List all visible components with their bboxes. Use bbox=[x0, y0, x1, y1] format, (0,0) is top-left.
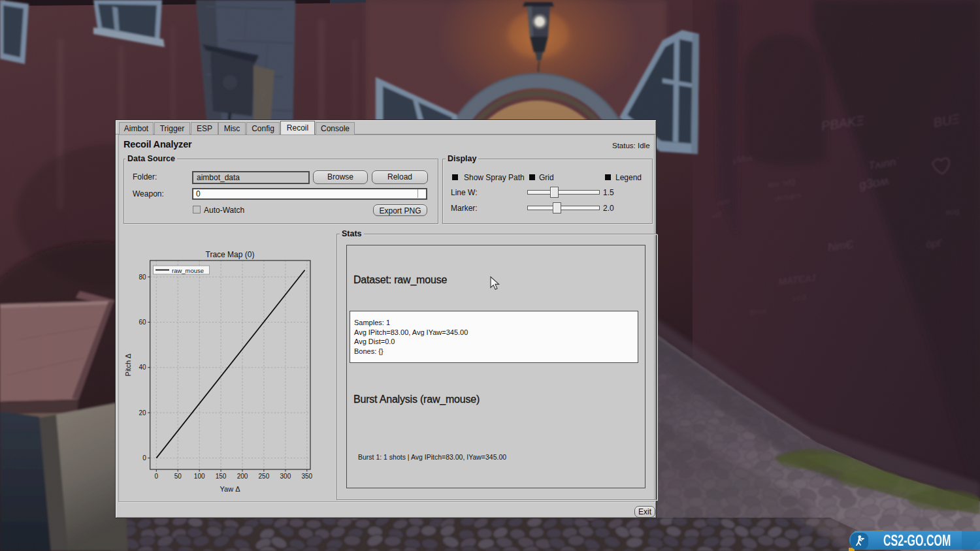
svg-text:50: 50 bbox=[174, 473, 182, 480]
svg-text:0: 0 bbox=[142, 454, 146, 462]
svg-text:Yaw Δ: Yaw Δ bbox=[220, 485, 241, 493]
svg-text:Pitch Δ: Pitch Δ bbox=[124, 353, 132, 377]
svg-text:40: 40 bbox=[139, 364, 147, 371]
svg-text:0: 0 bbox=[155, 473, 159, 480]
svg-text:250: 250 bbox=[259, 473, 270, 480]
svg-text:raw_mouse: raw_mouse bbox=[172, 267, 204, 274]
svg-text:Trace Map (0): Trace Map (0) bbox=[206, 250, 255, 259]
svg-text:300: 300 bbox=[280, 473, 291, 480]
svg-text:150: 150 bbox=[216, 473, 227, 480]
svg-text:200: 200 bbox=[237, 473, 248, 480]
svg-text:60: 60 bbox=[139, 319, 147, 326]
svg-text:20: 20 bbox=[139, 409, 147, 417]
svg-text:80: 80 bbox=[139, 274, 147, 281]
svg-text:350: 350 bbox=[301, 473, 312, 480]
svg-text:100: 100 bbox=[194, 473, 205, 480]
